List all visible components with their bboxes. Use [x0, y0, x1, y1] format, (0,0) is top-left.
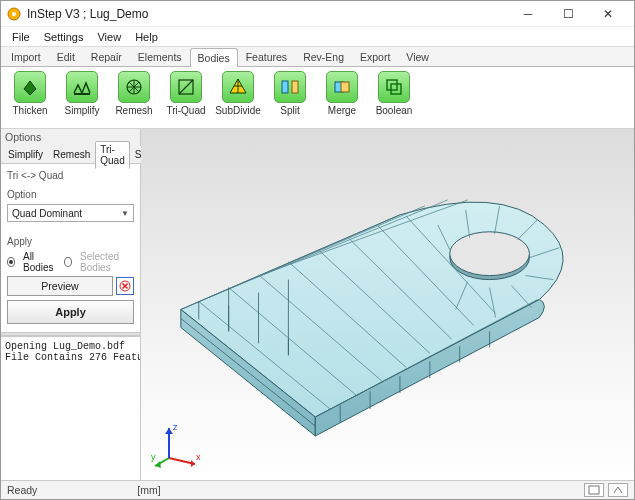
ribtab-reveng[interactable]: Rev-Eng [295, 47, 352, 66]
menu-bar: File Settings View Help [1, 27, 634, 47]
minimize-button[interactable]: ─ [508, 3, 548, 25]
triquad-icon [170, 71, 202, 103]
optab-simplify[interactable]: Simplify [3, 146, 48, 163]
tool-boolean[interactable]: Boolean [371, 71, 417, 116]
option-tabs: Simplify Remesh Tri-Quad SubDivi ◄ ► [1, 145, 140, 163]
remesh-icon [118, 71, 150, 103]
toolbar: Thicken Simplify Remesh Tri-Quad SubDivi… [1, 67, 634, 129]
tool-split[interactable]: Split [267, 71, 313, 116]
svg-point-13 [450, 232, 530, 276]
tool-merge[interactable]: Merge [319, 71, 365, 116]
svg-point-1 [12, 12, 16, 16]
svg-text:y: y [151, 452, 156, 462]
ribtab-edit[interactable]: Edit [49, 47, 83, 66]
merge-icon [326, 71, 358, 103]
option-select-value: Quad Dominant [12, 208, 82, 219]
ribbon-tabs: Import Edit Repair Elements Bodies Featu… [1, 47, 634, 67]
cancel-preview-button[interactable] [116, 277, 134, 295]
svg-marker-19 [165, 428, 173, 434]
chevron-down-icon: ▼ [121, 209, 129, 218]
tool-triquad[interactable]: Tri-Quad [163, 71, 209, 116]
app-window: InStep V3 ; Lug_Demo ─ ☐ ✕ File Settings… [0, 0, 635, 500]
axis-triad: x y z [151, 420, 201, 470]
tool-thicken[interactable]: Thicken [7, 71, 53, 116]
ribtab-elements[interactable]: Elements [130, 47, 190, 66]
status-bar: Ready [mm] [1, 480, 634, 499]
maximize-button[interactable]: ☐ [548, 3, 588, 25]
radio-all-bodies[interactable] [7, 257, 15, 267]
window-title: InStep V3 ; Lug_Demo [27, 7, 508, 21]
menu-file[interactable]: File [5, 31, 37, 43]
optab-triquad[interactable]: Tri-Quad [95, 141, 129, 169]
split-icon [274, 71, 306, 103]
window-buttons: ─ ☐ ✕ [508, 3, 628, 25]
svg-text:z: z [173, 422, 178, 432]
optab-remesh[interactable]: Remesh [48, 146, 95, 163]
cancel-icon [119, 280, 131, 292]
apply-scope: All Bodies Selected Bodies [7, 251, 134, 273]
svg-rect-5 [282, 81, 288, 93]
svg-rect-23 [589, 486, 599, 494]
menu-view[interactable]: View [90, 31, 128, 43]
boolean-icon [378, 71, 410, 103]
radio-selected-bodies[interactable] [64, 257, 72, 267]
ribtab-view[interactable]: View [398, 47, 437, 66]
options-header: Tri <-> Quad [7, 170, 134, 181]
radio-selected-bodies-label: Selected Bodies [80, 251, 134, 273]
radio-all-bodies-label: All Bodies [23, 251, 56, 273]
tool-remesh[interactable]: Remesh [111, 71, 157, 116]
status-text: Ready [7, 484, 37, 496]
svg-rect-8 [341, 82, 349, 92]
close-button[interactable]: ✕ [588, 3, 628, 25]
menu-settings[interactable]: Settings [37, 31, 91, 43]
main-area: Options Simplify Remesh Tri-Quad SubDivi… [1, 129, 634, 480]
thicken-icon [14, 71, 46, 103]
option-label: Option [7, 189, 134, 200]
options-panel: Tri <-> Quad Option Quad Dominant ▼ Appl… [1, 163, 140, 332]
ribtab-import[interactable]: Import [3, 47, 49, 66]
subdivide-icon [222, 71, 254, 103]
menu-help[interactable]: Help [128, 31, 165, 43]
svg-text:x: x [196, 452, 201, 462]
simplify-icon [66, 71, 98, 103]
apply-button[interactable]: Apply [7, 300, 134, 324]
svg-marker-15 [191, 460, 195, 467]
ribtab-repair[interactable]: Repair [83, 47, 130, 66]
tool-simplify[interactable]: Simplify [59, 71, 105, 116]
status-icon-2[interactable] [608, 483, 628, 497]
svg-rect-9 [387, 80, 397, 90]
apply-label: Apply [7, 236, 134, 247]
ribtab-export[interactable]: Export [352, 47, 398, 66]
viewport-3d[interactable]: x y z [141, 129, 634, 480]
preview-button[interactable]: Preview [7, 276, 113, 296]
status-unit: [mm] [137, 484, 160, 496]
option-select[interactable]: Quad Dominant ▼ [7, 204, 134, 222]
app-icon [7, 7, 21, 21]
svg-rect-2 [74, 93, 90, 95]
ribtab-bodies[interactable]: Bodies [190, 48, 238, 67]
status-icon-1[interactable] [584, 483, 604, 497]
model-render [141, 129, 634, 480]
sidebar: Options Simplify Remesh Tri-Quad SubDivi… [1, 129, 141, 480]
svg-rect-6 [292, 81, 298, 93]
ribtab-features[interactable]: Features [238, 47, 295, 66]
tool-subdivide[interactable]: SubDivide [215, 71, 261, 116]
log-panel[interactable]: Opening Lug_Demo.bdf File Contains 276 F… [1, 336, 140, 480]
title-bar: InStep V3 ; Lug_Demo ─ ☐ ✕ [1, 1, 634, 27]
svg-rect-10 [391, 84, 401, 94]
